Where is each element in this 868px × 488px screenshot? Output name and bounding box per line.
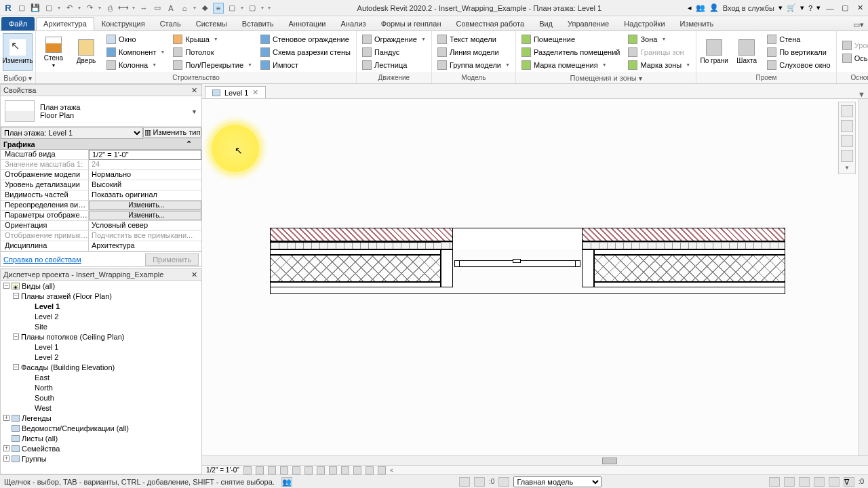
status-pin-icon[interactable] [799,477,810,487]
railing-button[interactable]: Ограждение▼ [359,33,429,45]
type-selector[interactable]: План этажа Floor Plan ▼ [1,96,201,127]
tab-modify[interactable]: Изменить [673,17,722,30]
maximize-button[interactable]: ▢ [840,3,850,13]
reveal-icon[interactable] [353,466,361,474]
tab-massing[interactable]: Формы и генплан [374,17,449,30]
browser-site[interactable]: Site [1,321,201,331]
property-row[interactable]: Параметры отображения г...Изменить... [1,211,201,221]
column-button[interactable]: Колонна▼ [104,59,167,71]
nav-home-icon[interactable] [841,105,853,117]
browser-ceil-1[interactable]: Level 1 [1,342,201,352]
browser-west[interactable]: West [1,403,201,413]
door-button[interactable]: Дверь [71,33,101,71]
tag-icon[interactable]: ▭ [152,3,163,14]
ramp-button[interactable]: Пандус [359,46,429,58]
constraints-icon[interactable] [378,466,386,474]
opening-wall-button[interactable]: Стена [764,33,833,45]
browser-ceiling-plans[interactable]: −Планы потолков (Ceiling Plan) [1,331,201,342]
property-row[interactable]: ДисциплинаАрхитектура [1,241,201,251]
opening-vert-button[interactable]: По вертикали [764,46,833,58]
room-button[interactable]: Помещение [519,33,623,45]
curtain-system-button[interactable]: Стеновое ограждение [258,33,353,45]
area-tag-button[interactable]: Марка зоны▼ [625,59,693,71]
open-icon[interactable]: ▢ [16,3,27,14]
roof-button[interactable]: Крыша▼ [170,33,255,45]
status-icon-2[interactable] [474,477,485,487]
view-tab-close-icon[interactable]: ✕ [252,88,258,97]
status-face-icon[interactable] [814,477,825,487]
status-icon-3[interactable] [498,477,509,487]
tab-architecture[interactable]: Архитектура [36,17,94,30]
design-options-select[interactable]: Главная модель [513,476,601,487]
browser-level2[interactable]: Level 2 [1,311,201,321]
view-scale-label[interactable]: 1/2" = 1'-0" [206,466,239,474]
tab-systems[interactable]: Системы [189,17,235,30]
nav-zoom-icon[interactable] [841,150,853,162]
nav-wheel-icon[interactable] [841,120,853,132]
browser-north[interactable]: North [1,382,201,392]
view3d-icon[interactable]: ⌂ [179,3,190,14]
property-row[interactable]: Уровень детализацииВысокий [1,180,201,190]
property-row[interactable]: Отображение моделиНормально [1,170,201,180]
browser-floor-plans[interactable]: −Планы этажей (Floor Plan) [1,291,201,301]
hscroll-thumb[interactable] [602,458,617,464]
status-drag-icon[interactable] [829,477,840,487]
crop-region-icon[interactable] [317,466,325,474]
tab-structure[interactable]: Конструкция [94,17,153,30]
browser-legends[interactable]: +Легенды [1,413,201,423]
account-icon[interactable]: 👥 [696,3,705,12]
switch-win-icon[interactable]: ▢ [247,3,258,14]
sun-path-icon[interactable] [268,466,276,474]
model-text-button[interactable]: Текст модели [435,33,513,45]
type-dropdown-icon[interactable]: ▼ [191,108,197,115]
crop-view-icon[interactable] [304,466,313,474]
ceiling-button[interactable]: Потолок [170,46,255,58]
tab-steel[interactable]: Сталь [153,17,189,30]
property-row[interactable]: Отображение примыкани...Подчистить все п… [1,231,201,241]
grid-button[interactable]: Ось [840,52,868,64]
mullion-button[interactable]: Импост [258,59,353,71]
stair-button[interactable]: Лестница [359,59,429,71]
shadows-icon[interactable] [280,466,288,474]
browser-south[interactable]: South [1,392,201,403]
browser-groups[interactable]: +Группы [1,453,201,464]
modify-button[interactable]: Изменить [3,33,33,71]
room-sep-button[interactable]: Разделитель помещений [519,46,623,58]
ribbon-min-icon[interactable]: ▭▾ [849,19,868,30]
visual-style-icon[interactable] [256,466,264,474]
keyword-icon[interactable]: ◂ [688,3,692,12]
browser-views-root[interactable]: −☀Виды (all) [1,281,201,291]
view-tab-level1[interactable]: Level 1 ✕ [205,86,266,98]
browser-close-icon[interactable]: ✕ [189,270,199,279]
tab-analyze[interactable]: Анализ [333,17,373,30]
save-icon[interactable]: 💾 [30,3,41,14]
apply-button[interactable]: Применить [145,253,199,266]
project-browser[interactable]: −☀Виды (all) −Планы этажей (Floor Plan) … [0,281,202,474]
browser-ceil-2[interactable]: Level 2 [1,352,201,362]
lock3d-icon[interactable] [329,466,337,474]
vertical-scrollbar[interactable] [859,99,868,455]
tab-insert[interactable]: Вставить [235,17,281,30]
minimize-button[interactable]: — [825,3,835,13]
window-button[interactable]: Окно [104,33,167,45]
browser-families[interactable]: +Семейства [1,443,201,453]
exchange-icon[interactable]: 🛒 [787,3,796,12]
view-tabs-overflow-icon[interactable]: ▼ [858,90,865,98]
tab-view[interactable]: Вид [532,17,560,30]
signin-icon[interactable]: 👤 [709,3,719,12]
close-button[interactable]: ✕ [854,3,865,13]
measure-icon[interactable]: ⟷ [118,3,129,14]
thinlines-icon[interactable]: ≡ [213,3,224,14]
redo-icon[interactable]: ↷ [84,3,95,14]
section-icon[interactable]: ◆ [199,3,210,14]
rendering-icon[interactable] [292,466,300,474]
component-button[interactable]: Компонент▼ [104,46,167,58]
browser-level1[interactable]: Level 1 [1,301,201,311]
properties-help-link[interactable]: Справка по свойствам [1,253,84,266]
detail-level-icon[interactable] [243,466,252,474]
instance-filter-select[interactable]: План этажа: Level 1 [1,127,143,139]
print-icon[interactable]: ⎙ [104,3,115,14]
dim-icon[interactable]: ↔ [138,3,149,14]
area-button[interactable]: Зона▼ [625,33,693,45]
model-line-button[interactable]: Линия модели [435,46,513,58]
